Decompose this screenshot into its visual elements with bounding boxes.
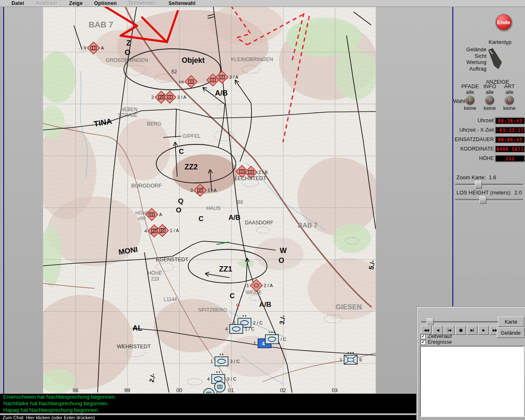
los-slider-thumb[interactable] xyxy=(479,196,486,204)
gelaende-button[interactable]: Gelände xyxy=(497,327,525,338)
los-slider-label: LOS HEIGHT (meters): 2.0 xyxy=(457,189,522,196)
map-label-b6: B6 xyxy=(237,199,243,205)
menu-item-optionen[interactable]: Optionen xyxy=(88,0,122,6)
karte-button[interactable]: Karte xyxy=(498,317,524,327)
anzeige-keine-label: keine xyxy=(479,105,500,111)
readout-koordinate: KOORDINATE0488 5671 xyxy=(453,146,525,152)
map-label-219: 219 xyxy=(151,276,159,282)
unit-label-left: 1 xyxy=(247,283,249,288)
map-label-h-he: HÖHE xyxy=(148,270,162,276)
map-label-c: C xyxy=(230,292,235,300)
map-label-c: C xyxy=(179,148,184,155)
kartentyp-option-sicht[interactable]: Sicht xyxy=(453,53,486,59)
unit-label-right: 3 / C xyxy=(227,377,236,381)
timeline-slider-thumb[interactable] xyxy=(427,318,434,326)
los-slider-track[interactable] xyxy=(455,199,523,201)
readout-label: Uhrzeit xyxy=(477,118,494,123)
ende-button[interactable]: Ende xyxy=(495,14,512,30)
unit-label-left: 4 xyxy=(225,326,228,331)
grid-col-label: 98 xyxy=(73,387,78,393)
zoom-slider-track[interactable] xyxy=(455,184,523,186)
chat-message: Hapag hat Nachbesprechung begonnen. xyxy=(0,407,417,413)
uhrzeit-display: 08:36:43 xyxy=(495,117,525,124)
anzeige-knob-pfade[interactable] xyxy=(466,96,475,105)
menu-item-seitenwahl[interactable]: Seitenwahl xyxy=(163,0,201,6)
kartentyp-option-auftrag[interactable]: Auftrag xyxy=(453,66,486,72)
status-text: Zum Chat: Hier klicken (oder Enter drück… xyxy=(0,415,95,420)
unit-label-left: 4 xyxy=(144,228,147,233)
map-label-h-he: HÖHE xyxy=(135,210,149,215)
map-label-q: Q xyxy=(178,197,183,205)
readout-h-he: HÖHE212 xyxy=(453,155,525,162)
application-root: DateiAuslöserZeigeOptionenTeilnehmer:Sei… xyxy=(0,0,525,420)
anzeige-column-info: INFOallekeine xyxy=(479,83,500,111)
map-label-gro-obringen: GROßOBRINGEN xyxy=(106,57,148,63)
readout-label: EINSATZDAUER xyxy=(454,137,494,142)
anzeige-knob-art[interactable] xyxy=(505,96,514,105)
map-label-o: O xyxy=(125,48,130,57)
map-label-objekt: Objekt xyxy=(182,56,205,64)
unit-label-right: 3 / A xyxy=(229,75,239,80)
anzeige-column-name: PFADE xyxy=(459,83,481,89)
unit-label-right: 3 / A xyxy=(177,95,187,100)
map-label-5: 5./- xyxy=(368,260,376,270)
event-list[interactable] xyxy=(420,346,524,417)
map-label-zz1: ZZ1 xyxy=(219,265,232,273)
unit-label-left: 2 xyxy=(151,95,154,100)
map-label-spitzberg: SPITZBERG xyxy=(198,307,227,313)
map-label-egenstedt: EGENSTEDT xyxy=(156,256,189,262)
anzeige-alle-label: alle xyxy=(499,89,520,95)
map-label-burgdorf: BURGDORF xyxy=(131,183,162,189)
map-label-bab-7: BAB 7 xyxy=(89,20,113,29)
readout-uhrzeit: Uhrzeit08:36:43 xyxy=(453,117,525,124)
map-label-o: O xyxy=(176,206,181,214)
stop-button[interactable]: ■ xyxy=(455,326,466,335)
menu-item-zeige[interactable]: Zeige xyxy=(64,0,89,6)
zoom-slider-thumb[interactable] xyxy=(475,181,482,189)
unit-label-left: co xyxy=(179,79,184,84)
unit-label-left: 4 xyxy=(207,377,210,381)
pen-pointer-icon xyxy=(486,48,504,71)
friendly-unit[interactable] xyxy=(215,381,225,392)
menu-item-teilnehmer: Teilnehmer: xyxy=(123,0,163,6)
map-label-lechstedt: LECHSTEDT xyxy=(235,175,266,181)
ereignisse-checkbox[interactable]: ✓ xyxy=(420,340,426,345)
kartentyp-title: Kartentyp xyxy=(461,39,511,45)
grid-col-label: 00 xyxy=(176,387,182,393)
chat-log[interactable]: Eisenschwein hat Nachbesprechung begonne… xyxy=(0,394,417,413)
zoom-slider-label: Zoom Karte: 1.6 xyxy=(457,174,496,180)
map-label-x90: x90 xyxy=(138,216,146,221)
tactical-map[interactable]: 9A23 / Aco3 / A2 / B31 / AA41 / A12 / A1… xyxy=(43,7,376,393)
unit-label-right: 1 xyxy=(216,391,218,393)
map-window: 9A23 / Aco3 / A2 / B31 / AA41 / A12 / A1… xyxy=(3,6,453,395)
anzeige-column-name: INFO xyxy=(479,83,500,89)
map-label-a-b: A/B xyxy=(228,214,240,221)
kartentyp-option-gel-nde[interactable]: Gelände xyxy=(453,46,486,53)
unit-label-left: 3 xyxy=(190,188,193,193)
koordinate-display: 0488 5671 xyxy=(495,146,525,153)
anzeige-column-name: ART xyxy=(499,83,520,89)
map-label-a-b: A/B xyxy=(215,89,228,97)
menu-item-datei[interactable]: Datei xyxy=(6,0,30,6)
zeitverlauf-checkbox[interactable]: ✓ xyxy=(420,334,426,339)
map-label-gipfel: GIPFEL xyxy=(183,133,201,139)
unit-label-right: 2 / B xyxy=(258,170,268,175)
map-label-a-b: A/B xyxy=(259,301,271,308)
map-label-giesen: GIESEN xyxy=(336,303,362,311)
checkbox-label: Ereignisse xyxy=(428,339,452,345)
kartentyp-option-wertung[interactable]: Wertung xyxy=(453,59,486,66)
checkbox-row-ereignisse: ✓Ereignisse xyxy=(420,339,452,345)
kartentyp-options: GeländeSichtWertungAuftrag xyxy=(453,46,486,72)
status-bar[interactable]: Zum Chat: Hier klicken (oder Enter drück… xyxy=(0,415,417,420)
map-label-berg: BERG xyxy=(147,121,161,127)
grid-col-label: 02 xyxy=(280,387,286,393)
h-he-display: 212 xyxy=(495,155,525,162)
unit-label-right: E xyxy=(359,357,362,362)
play-button[interactable]: ▶ xyxy=(478,326,489,335)
unit-label-right: 1 / A xyxy=(208,188,217,193)
skip-end-button[interactable]: ▶| xyxy=(467,326,477,335)
map-label-wehrstedt: WEHRSTEDT xyxy=(117,343,151,349)
anzeige-knob-info[interactable] xyxy=(485,96,494,105)
unit-label-right: 2 / A xyxy=(264,283,273,288)
terrain-layer xyxy=(43,7,376,393)
